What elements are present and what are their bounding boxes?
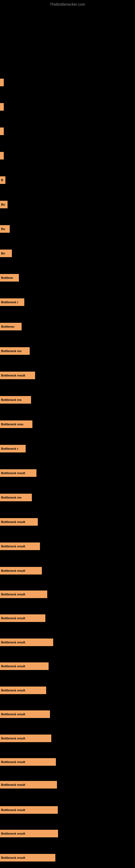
bottleneck-bar: Bo [0, 201, 8, 208]
bottleneck-bar-label: Bottlene [1, 276, 13, 279]
bottleneck-bar: Bottleneck result [0, 590, 47, 598]
bottleneck-bar: Bottlenec [0, 323, 21, 330]
bottleneck-bar: Bottleneck result [0, 830, 58, 837]
bottleneck-bar: Bottleneck result [0, 662, 49, 670]
bottleneck-bar: Bottleneck result [0, 854, 55, 862]
bottleneck-bar-label: Bottleneck result [1, 471, 25, 475]
bottleneck-bar: Bottleneck res [0, 494, 32, 501]
bottleneck-bar: Bottleneck result [0, 735, 51, 742]
bottleneck-bar: Bottleneck res [0, 347, 30, 355]
bottleneck-bar [0, 127, 4, 135]
bottleneck-bar-label: Bottleneck result [1, 664, 25, 668]
bottleneck-bar-label: Bottleneck result [1, 783, 25, 786]
bottleneck-bar: Bottleneck resu [0, 421, 32, 428]
bottleneck-bar: Bottleneck result [0, 567, 42, 575]
bottleneck-bar-label: Bo [1, 227, 5, 230]
bottleneck-bar: Bo [0, 225, 10, 233]
bottleneck-bar-label: Bottleneck res [1, 398, 21, 401]
bottleneck-bar-label: Bottleneck result [1, 545, 25, 548]
bottleneck-bar-label: Bottleneck result [1, 832, 25, 835]
bottleneck-bar-label: Bottleneck result [1, 593, 25, 596]
bottleneck-bar: Bottleneck result [0, 518, 38, 526]
bottleneck-bar: Bottleneck result [0, 469, 37, 477]
bottleneck-bar-label: Bo [1, 203, 5, 206]
bottleneck-bar: Bottleneck r [0, 299, 24, 306]
bottleneck-bar-label: Bottleneck r [1, 301, 18, 304]
bottleneck-bar: Bottleneck result [0, 639, 53, 646]
bottleneck-bar-label: Bottleneck result [1, 520, 25, 524]
bottleneck-bar-label: Bottleneck result [1, 374, 25, 377]
bottleneck-bar: Bottleneck r [0, 445, 26, 453]
bottleneck-bar-label: B [1, 179, 3, 182]
bottleneck-bar: Bottleneck result [0, 614, 45, 622]
bottleneck-bar: Bottleneck result [0, 758, 56, 766]
bottleneck-bar-label: Bottleneck result [1, 617, 25, 620]
bottleneck-bar-label: Bottleneck result [1, 856, 25, 859]
bottleneck-bar-label: Bottleneck result [1, 641, 25, 644]
site-title: TheBottlenecker.com [50, 2, 85, 6]
bottleneck-bar: B [0, 176, 5, 184]
bottleneck-bar: Bottleneck result [0, 710, 50, 718]
bottleneck-bar-label: Bottleneck result [1, 737, 25, 740]
bottleneck-bar: Bottlene [0, 274, 19, 282]
bottleneck-bar: Bottleneck result [0, 806, 58, 814]
bottleneck-bar [0, 152, 4, 159]
bottleneck-bar-label: Bottleneck res [1, 349, 21, 352]
bottleneck-bar-label: Bottleneck result [1, 760, 25, 764]
bottleneck-bar: Bo [0, 250, 12, 257]
bottleneck-bar [0, 103, 4, 111]
bottleneck-bar-label: Bottleneck res [1, 496, 21, 499]
bottleneck-bar-label: Bottlenec [1, 325, 14, 328]
bottleneck-bar-label: Bottleneck result [1, 569, 25, 572]
bottleneck-bar-label: Bo [1, 252, 5, 255]
bottleneck-bar-label: Bottleneck resu [1, 423, 24, 426]
bottleneck-bar-label: Bottleneck result [1, 713, 25, 716]
bottleneck-bar: Bottleneck result [0, 686, 46, 694]
bottleneck-bar: Bottleneck result [0, 781, 57, 788]
bottleneck-bar-label: Bottleneck result [1, 808, 25, 812]
bottleneck-bar: Bottleneck result [0, 372, 35, 379]
bottleneck-bar: Bottleneck res [0, 396, 31, 404]
bottleneck-bar-label: Bottleneck result [1, 689, 25, 692]
bottleneck-bar: Bottleneck result [0, 542, 40, 550]
bottleneck-bar [0, 79, 4, 86]
bottleneck-bar-label: Bottleneck r [1, 447, 18, 450]
